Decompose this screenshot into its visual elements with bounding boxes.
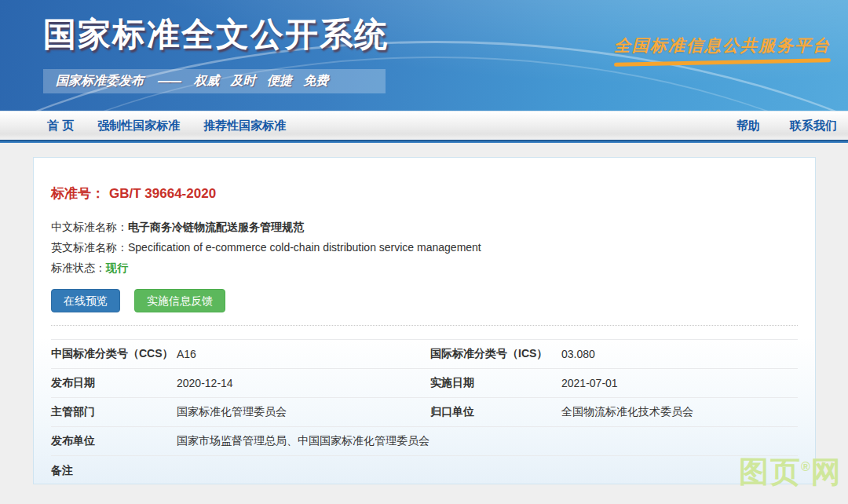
watermark-text-right: 网 <box>811 455 843 488</box>
ics-value: 03.080 <box>561 348 798 360</box>
nav-item-home[interactable]: 首 页 <box>47 119 74 133</box>
ccs-label: 中国标准分类号（CCS） <box>51 347 177 361</box>
ics-label: 国际标准分类号（ICS） <box>430 347 561 361</box>
remarks-label: 备注 <box>51 464 177 478</box>
implementation-feedback-button[interactable]: 实施信息反馈 <box>134 289 225 312</box>
nav-bottom-border <box>0 140 848 143</box>
status-value: 现行 <box>106 261 128 274</box>
en-name-label: 英文标准名称： <box>51 241 128 254</box>
nav-item-mandatory-standards[interactable]: 强制性国家标准 <box>97 119 180 133</box>
standard-info-table: 中国标准分类号（CCS） A16 国际标准分类号（ICS） 03.080 发布日… <box>51 339 798 485</box>
cn-name-value: 电子商务冷链物流配送服务管理规范 <box>128 221 304 233</box>
table-row: 备注 <box>51 456 798 485</box>
publisher-label: 国家标准委发布 <box>56 73 144 89</box>
nav-item-contact[interactable]: 联系我们 <box>790 119 837 133</box>
committee-value: 全国物流标准化技术委员会 <box>561 405 798 419</box>
standard-number-label: 标准号： <box>51 186 104 201</box>
authority-label: 主管部门 <box>51 405 177 419</box>
tagline-slogan: 权威 及时 便捷 免费 <box>194 73 328 89</box>
committee-label: 归口单位 <box>430 405 561 419</box>
tuyewang-watermark-logo: 图页®网 <box>739 452 843 492</box>
authority-value: 国家标准化管理委员会 <box>177 405 430 419</box>
en-name-line: 英文标准名称：Specification of e-commerce cold-… <box>51 237 798 257</box>
registered-trademark-icon: ® <box>801 460 812 473</box>
page: { "header": { "title": "国家标准全文公开系统", "pu… <box>0 0 848 504</box>
en-name-value: Specification of e-commerce cold-chain d… <box>128 241 481 254</box>
platform-logo: 全国标准信息公共服务平台 <box>614 35 831 64</box>
main-nav: 首 页 强制性国家标准 推荐性国家标准 帮助 联系我们 <box>0 111 848 140</box>
site-header: 国家标准全文公开系统 国家标准委发布 —— 权威 及时 便捷 免费 全国标准信息… <box>0 0 848 111</box>
implement-date-value: 2021-07-01 <box>561 377 798 389</box>
implement-date-label: 实施日期 <box>430 376 561 390</box>
table-row: 中国标准分类号（CCS） A16 国际标准分类号（ICS） 03.080 <box>51 340 798 369</box>
standard-number-value: GB/T 39664-2020 <box>109 186 216 201</box>
status-line: 标准状态：现行 <box>51 257 798 278</box>
platform-logo-underline <box>614 58 831 67</box>
dotted-separator <box>51 325 798 326</box>
header-tagline-band: 国家标准委发布 —— 权威 及时 便捷 免费 <box>43 69 386 93</box>
table-row: 发布单位 国家市场监督管理总局、中国国家标准化管理委员会 <box>51 427 798 456</box>
issuer-value: 国家市场监督管理总局、中国国家标准化管理委员会 <box>177 434 798 448</box>
status-label: 标准状态： <box>51 261 106 274</box>
ccs-value: A16 <box>177 348 430 360</box>
standard-meta: 中文标准名称：电子商务冷链物流配送服务管理规范 英文标准名称：Specifica… <box>51 217 798 278</box>
cn-name-line: 中文标准名称：电子商务冷链物流配送服务管理规范 <box>51 217 798 237</box>
nav-right-group: 帮助 联系我们 <box>707 119 837 133</box>
nav-item-recommended-standards[interactable]: 推荐性国家标准 <box>203 119 286 133</box>
site-title: 国家标准全文公开系统 <box>43 13 389 57</box>
watermark-text-left: 图页 <box>739 455 802 488</box>
action-buttons: 在线预览 实施信息反馈 <box>51 289 798 312</box>
issuer-label: 发布单位 <box>51 434 177 448</box>
table-row: 发布日期 2020-12-14 实施日期 2021-07-01 <box>51 369 798 398</box>
tagline-dash: —— <box>158 75 180 89</box>
nav-item-help[interactable]: 帮助 <box>737 119 760 133</box>
publish-date-value: 2020-12-14 <box>177 377 430 389</box>
online-preview-button[interactable]: 在线预览 <box>51 289 120 312</box>
standard-detail-card: 标准号：GB/T 39664-2020 中文标准名称：电子商务冷链物流配送服务管… <box>33 157 816 484</box>
publish-date-label: 发布日期 <box>51 376 177 390</box>
cn-name-label: 中文标准名称： <box>51 221 128 233</box>
standard-number-line: 标准号：GB/T 39664-2020 <box>51 184 798 203</box>
platform-logo-text: 全国标准信息公共服务平台 <box>614 35 831 57</box>
table-row: 主管部门 国家标准化管理委员会 归口单位 全国物流标准化技术委员会 <box>51 398 798 427</box>
